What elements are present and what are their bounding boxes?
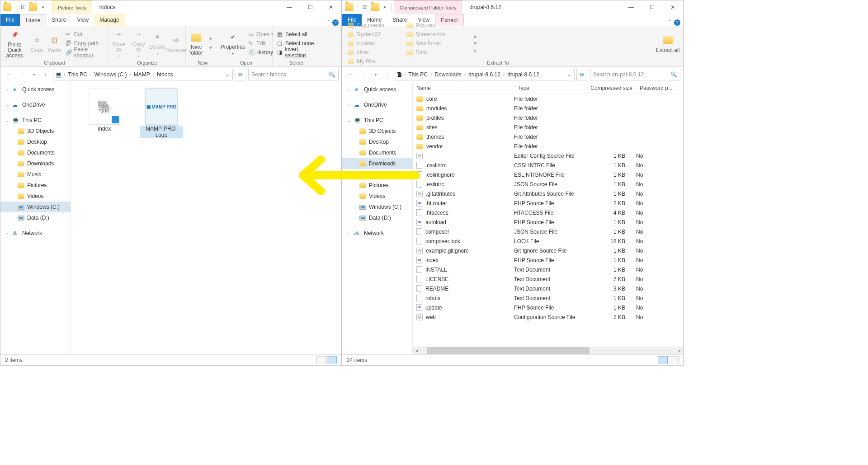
scroll-left-icon[interactable]: ◂ [413,348,420,353]
select-all-button[interactable]: ▦Select all [274,30,320,39]
file-row[interactable]: example.gitignoreGit Ignore Source File1… [413,246,683,255]
file-view[interactable]: Name ˄ Type Compressed size Password p..… [413,82,683,354]
nav-item[interactable]: Desktop [342,136,412,147]
file-row[interactable]: .eslintignoreESLINTIGNORE File1 KBNo [413,170,683,179]
nav-item[interactable]: Data (D:) [342,212,412,223]
column-password[interactable]: Password p... [636,85,683,91]
nav-item[interactable]: Pictures [342,180,412,191]
view-details-button[interactable] [658,356,668,364]
tab-file[interactable]: File [0,14,20,26]
qat-newfolder-icon[interactable] [370,1,380,14]
file-view[interactable]: 🐘 index ▣ MAMP PRO MAMP-PRO-Logo [71,82,341,354]
extract-destination[interactable]: New folder [404,39,462,48]
extract-destination[interactable]: System32 [345,30,404,39]
column-headers[interactable]: Name ˄ Type Compressed size Password p..… [413,82,683,94]
file-row[interactable]: .eslintrcJSON Source File1 KBNo [413,179,683,189]
nav-item[interactable]: Music [0,169,71,180]
nav-item[interactable]: 3D Objects [342,126,412,136]
paste-shortcut-button[interactable]: 🔗Paste shortcut [63,48,108,57]
extract-destination[interactable]: Documents [345,21,404,30]
minimize-button[interactable]: — [621,0,642,14]
column-size[interactable]: Compressed size [586,85,636,91]
ribbon-collapse-icon[interactable]: ˄ [669,19,671,26]
extract-destination[interactable]: Data [404,48,462,57]
column-type[interactable]: Type [514,85,586,91]
contextual-tab-picture-tools[interactable]: Picture Tools [52,0,92,14]
maximize-button[interactable]: ☐ [300,0,321,14]
file-row[interactable]: robotsText Document1 KBNo [413,293,683,303]
file-row[interactable]: READMEText Document3 KBNo [413,284,683,293]
paste-button[interactable]: 📋 Paste [46,33,63,53]
horizontal-scrollbar[interactable]: ◂ ▸ [413,347,683,354]
file-row[interactable]: .htaccessHTACCESS File4 KBNo [413,208,683,217]
tab-view[interactable]: View [71,14,94,26]
extract-destination[interactable]: Pictures [404,21,462,30]
nav-quick-access[interactable]: ›★Quick access [0,84,71,95]
file-row[interactable]: updatePHP Source File1 KBNo [413,303,683,312]
nav-network[interactable]: ›🖧Network [342,228,412,239]
invert-selection-button[interactable]: ◨Invert selection [274,48,320,57]
close-button[interactable]: ✕ [662,0,683,14]
view-details-button[interactable] [316,356,326,364]
gallery-up-icon[interactable]: ▲ [472,33,478,39]
nav-item[interactable]: Data (D:) [0,212,71,223]
back-button[interactable]: ← [345,69,357,80]
move-to-button[interactable]: ➡Move to▾ [109,28,129,59]
up-button[interactable]: ↑ [39,69,51,80]
forward-button[interactable]: → [359,69,370,80]
gallery-more-icon[interactable]: ▾ [474,47,476,54]
cut-button[interactable]: ✂Cut [63,30,108,39]
forward-button[interactable]: → [17,69,28,80]
file-row[interactable]: indexPHP Source File1 KBNo [413,255,683,265]
nav-network[interactable]: ›🖧Network [0,228,71,239]
refresh-button[interactable]: ⟳ [235,69,246,80]
up-button[interactable]: ↑ [381,69,393,80]
app-icon[interactable] [345,3,353,11]
help-icon[interactable]: ? [674,19,680,26]
file-row[interactable]: composer.lockLOCK File18 KBNo [413,236,683,246]
file-row[interactable]: composerJSON Source File1 KBNo [413,227,683,236]
qat-newfolder-icon[interactable] [28,1,38,14]
easy-access-button[interactable]: ▾ [207,43,218,52]
refresh-button[interactable]: ⟳ [576,69,588,80]
nav-this-pc[interactable]: ⌄💻This PC [0,115,71,126]
nav-item[interactable]: Videos [342,191,412,202]
extract-all-button[interactable]: Extract all [654,33,681,53]
view-icons-button[interactable] [327,356,337,364]
file-row[interactable]: themesFile folder [413,132,683,141]
app-icon[interactable] [3,3,11,11]
extract-destination[interactable]: other [345,48,404,57]
nav-item[interactable]: Pictures [0,180,71,191]
nav-item[interactable]: Desktop [0,136,71,147]
file-row[interactable]: .csslintrcCSSLINTRC File1 KBNo [413,160,683,170]
nav-quick-access[interactable]: ›★Quick access [342,84,412,95]
file-item-index[interactable]: 🐘 index [83,89,126,138]
extract-destinations-gallery[interactable]: DocumentsPicturesSystem32Screenshotscura… [345,21,472,66]
new-folder-button[interactable]: New folder [186,31,207,56]
search-input[interactable]: Search htdocs 🔍 [248,69,339,80]
close-button[interactable]: ✕ [321,0,341,14]
tab-share[interactable]: Share [46,14,71,26]
minimize-button[interactable]: — [279,0,300,14]
scrollbar-thumb[interactable] [427,347,590,354]
file-item-mamp-logo[interactable]: ▣ MAMP PRO MAMP-PRO-Logo [140,89,183,138]
tab-manage[interactable]: Manage [94,14,124,26]
history-button[interactable]: 🕘History [245,48,276,57]
breadcrumb[interactable]: 🗜› This PC› Downloads› drupal-8.6.12› dr… [395,69,575,80]
edit-button[interactable]: ✎Edit [245,39,276,48]
file-row[interactable]: modulesFile folder [413,103,683,113]
nav-item[interactable]: Videos [0,191,71,202]
rename-button[interactable]: abRename [166,33,185,53]
delete-button[interactable]: ✖Delete▾ [148,30,166,56]
copy-to-button[interactable]: ⇢Copy to▾ [129,28,149,59]
nav-item[interactable]: 3D Objects [0,126,71,136]
file-row[interactable]: profilesFile folder [413,113,683,122]
breadcrumb[interactable]: 💻› This PC› Windows (C:)› MAMP› htdocs ⌄ [53,69,233,80]
recent-locations-button[interactable]: ▾ [30,69,38,80]
file-row[interactable]: Editor Config Source File1 KBNo [413,151,683,160]
nav-item[interactable]: Documents [0,147,71,158]
recent-locations-button[interactable]: ▾ [372,69,379,80]
file-row[interactable]: .ht.routerPHP Source File2 KBNo [413,198,683,208]
view-icons-button[interactable] [669,356,679,364]
nav-item[interactable]: Downloads [0,158,71,169]
